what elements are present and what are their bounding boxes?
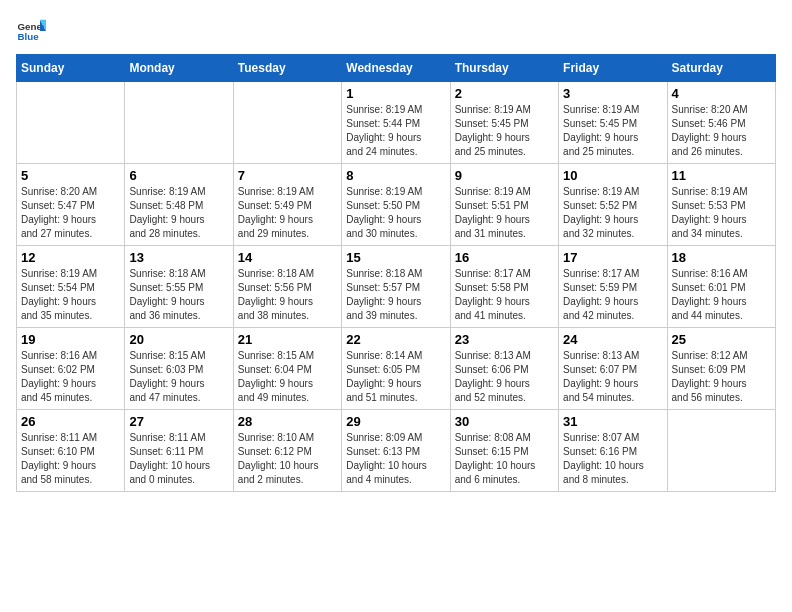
day-number: 17 xyxy=(563,250,662,265)
day-number: 27 xyxy=(129,414,228,429)
day-cell: 3Sunrise: 8:19 AM Sunset: 5:45 PM Daylig… xyxy=(559,82,667,164)
day-info: Sunrise: 8:17 AM Sunset: 5:59 PM Dayligh… xyxy=(563,267,662,323)
day-cell: 10Sunrise: 8:19 AM Sunset: 5:52 PM Dayli… xyxy=(559,164,667,246)
day-number: 25 xyxy=(672,332,771,347)
day-info: Sunrise: 8:12 AM Sunset: 6:09 PM Dayligh… xyxy=(672,349,771,405)
day-cell: 26Sunrise: 8:11 AM Sunset: 6:10 PM Dayli… xyxy=(17,410,125,492)
day-number: 11 xyxy=(672,168,771,183)
day-number: 15 xyxy=(346,250,445,265)
weekday-header-monday: Monday xyxy=(125,55,233,82)
header: General Blue xyxy=(16,16,776,46)
day-number: 29 xyxy=(346,414,445,429)
day-info: Sunrise: 8:19 AM Sunset: 5:48 PM Dayligh… xyxy=(129,185,228,241)
day-cell: 9Sunrise: 8:19 AM Sunset: 5:51 PM Daylig… xyxy=(450,164,558,246)
day-number: 5 xyxy=(21,168,120,183)
day-number: 30 xyxy=(455,414,554,429)
day-info: Sunrise: 8:19 AM Sunset: 5:45 PM Dayligh… xyxy=(455,103,554,159)
day-cell: 14Sunrise: 8:18 AM Sunset: 5:56 PM Dayli… xyxy=(233,246,341,328)
day-number: 24 xyxy=(563,332,662,347)
week-row-1: 1Sunrise: 8:19 AM Sunset: 5:44 PM Daylig… xyxy=(17,82,776,164)
day-number: 31 xyxy=(563,414,662,429)
day-number: 2 xyxy=(455,86,554,101)
day-info: Sunrise: 8:13 AM Sunset: 6:06 PM Dayligh… xyxy=(455,349,554,405)
day-cell: 20Sunrise: 8:15 AM Sunset: 6:03 PM Dayli… xyxy=(125,328,233,410)
day-cell: 21Sunrise: 8:15 AM Sunset: 6:04 PM Dayli… xyxy=(233,328,341,410)
day-cell: 13Sunrise: 8:18 AM Sunset: 5:55 PM Dayli… xyxy=(125,246,233,328)
day-info: Sunrise: 8:16 AM Sunset: 6:02 PM Dayligh… xyxy=(21,349,120,405)
day-cell: 1Sunrise: 8:19 AM Sunset: 5:44 PM Daylig… xyxy=(342,82,450,164)
day-cell xyxy=(17,82,125,164)
day-cell: 25Sunrise: 8:12 AM Sunset: 6:09 PM Dayli… xyxy=(667,328,775,410)
day-cell: 5Sunrise: 8:20 AM Sunset: 5:47 PM Daylig… xyxy=(17,164,125,246)
day-number: 10 xyxy=(563,168,662,183)
day-number: 21 xyxy=(238,332,337,347)
day-cell: 18Sunrise: 8:16 AM Sunset: 6:01 PM Dayli… xyxy=(667,246,775,328)
day-info: Sunrise: 8:20 AM Sunset: 5:47 PM Dayligh… xyxy=(21,185,120,241)
weekday-header-tuesday: Tuesday xyxy=(233,55,341,82)
day-number: 3 xyxy=(563,86,662,101)
week-row-2: 5Sunrise: 8:20 AM Sunset: 5:47 PM Daylig… xyxy=(17,164,776,246)
weekday-header-row: SundayMondayTuesdayWednesdayThursdayFrid… xyxy=(17,55,776,82)
day-number: 9 xyxy=(455,168,554,183)
day-number: 4 xyxy=(672,86,771,101)
day-number: 28 xyxy=(238,414,337,429)
weekday-header-saturday: Saturday xyxy=(667,55,775,82)
day-info: Sunrise: 8:07 AM Sunset: 6:16 PM Dayligh… xyxy=(563,431,662,487)
day-cell: 27Sunrise: 8:11 AM Sunset: 6:11 PM Dayli… xyxy=(125,410,233,492)
day-number: 7 xyxy=(238,168,337,183)
day-number: 12 xyxy=(21,250,120,265)
day-cell xyxy=(125,82,233,164)
day-number: 18 xyxy=(672,250,771,265)
day-info: Sunrise: 8:18 AM Sunset: 5:56 PM Dayligh… xyxy=(238,267,337,323)
day-number: 16 xyxy=(455,250,554,265)
day-info: Sunrise: 8:19 AM Sunset: 5:45 PM Dayligh… xyxy=(563,103,662,159)
day-info: Sunrise: 8:11 AM Sunset: 6:11 PM Dayligh… xyxy=(129,431,228,487)
week-row-5: 26Sunrise: 8:11 AM Sunset: 6:10 PM Dayli… xyxy=(17,410,776,492)
day-info: Sunrise: 8:11 AM Sunset: 6:10 PM Dayligh… xyxy=(21,431,120,487)
day-number: 26 xyxy=(21,414,120,429)
day-info: Sunrise: 8:19 AM Sunset: 5:52 PM Dayligh… xyxy=(563,185,662,241)
day-info: Sunrise: 8:17 AM Sunset: 5:58 PM Dayligh… xyxy=(455,267,554,323)
logo-icon: General Blue xyxy=(16,16,46,46)
day-cell: 19Sunrise: 8:16 AM Sunset: 6:02 PM Dayli… xyxy=(17,328,125,410)
day-cell: 7Sunrise: 8:19 AM Sunset: 5:49 PM Daylig… xyxy=(233,164,341,246)
svg-text:Blue: Blue xyxy=(18,31,40,42)
day-cell: 30Sunrise: 8:08 AM Sunset: 6:15 PM Dayli… xyxy=(450,410,558,492)
day-number: 20 xyxy=(129,332,228,347)
weekday-header-wednesday: Wednesday xyxy=(342,55,450,82)
day-info: Sunrise: 8:18 AM Sunset: 5:57 PM Dayligh… xyxy=(346,267,445,323)
day-number: 14 xyxy=(238,250,337,265)
day-cell xyxy=(233,82,341,164)
day-number: 1 xyxy=(346,86,445,101)
day-cell: 17Sunrise: 8:17 AM Sunset: 5:59 PM Dayli… xyxy=(559,246,667,328)
day-info: Sunrise: 8:19 AM Sunset: 5:54 PM Dayligh… xyxy=(21,267,120,323)
day-info: Sunrise: 8:08 AM Sunset: 6:15 PM Dayligh… xyxy=(455,431,554,487)
day-info: Sunrise: 8:15 AM Sunset: 6:03 PM Dayligh… xyxy=(129,349,228,405)
day-info: Sunrise: 8:10 AM Sunset: 6:12 PM Dayligh… xyxy=(238,431,337,487)
day-info: Sunrise: 8:19 AM Sunset: 5:53 PM Dayligh… xyxy=(672,185,771,241)
day-info: Sunrise: 8:19 AM Sunset: 5:44 PM Dayligh… xyxy=(346,103,445,159)
logo: General Blue xyxy=(16,16,46,46)
day-number: 22 xyxy=(346,332,445,347)
day-info: Sunrise: 8:19 AM Sunset: 5:51 PM Dayligh… xyxy=(455,185,554,241)
day-cell: 12Sunrise: 8:19 AM Sunset: 5:54 PM Dayli… xyxy=(17,246,125,328)
week-row-3: 12Sunrise: 8:19 AM Sunset: 5:54 PM Dayli… xyxy=(17,246,776,328)
day-info: Sunrise: 8:16 AM Sunset: 6:01 PM Dayligh… xyxy=(672,267,771,323)
day-cell: 11Sunrise: 8:19 AM Sunset: 5:53 PM Dayli… xyxy=(667,164,775,246)
calendar: SundayMondayTuesdayWednesdayThursdayFrid… xyxy=(16,54,776,492)
day-number: 8 xyxy=(346,168,445,183)
day-cell: 22Sunrise: 8:14 AM Sunset: 6:05 PM Dayli… xyxy=(342,328,450,410)
day-number: 13 xyxy=(129,250,228,265)
day-cell: 4Sunrise: 8:20 AM Sunset: 5:46 PM Daylig… xyxy=(667,82,775,164)
week-row-4: 19Sunrise: 8:16 AM Sunset: 6:02 PM Dayli… xyxy=(17,328,776,410)
day-cell: 6Sunrise: 8:19 AM Sunset: 5:48 PM Daylig… xyxy=(125,164,233,246)
day-info: Sunrise: 8:13 AM Sunset: 6:07 PM Dayligh… xyxy=(563,349,662,405)
day-cell: 15Sunrise: 8:18 AM Sunset: 5:57 PM Dayli… xyxy=(342,246,450,328)
day-cell: 16Sunrise: 8:17 AM Sunset: 5:58 PM Dayli… xyxy=(450,246,558,328)
day-info: Sunrise: 8:09 AM Sunset: 6:13 PM Dayligh… xyxy=(346,431,445,487)
day-number: 23 xyxy=(455,332,554,347)
day-info: Sunrise: 8:15 AM Sunset: 6:04 PM Dayligh… xyxy=(238,349,337,405)
day-info: Sunrise: 8:14 AM Sunset: 6:05 PM Dayligh… xyxy=(346,349,445,405)
day-info: Sunrise: 8:19 AM Sunset: 5:49 PM Dayligh… xyxy=(238,185,337,241)
day-cell: 2Sunrise: 8:19 AM Sunset: 5:45 PM Daylig… xyxy=(450,82,558,164)
